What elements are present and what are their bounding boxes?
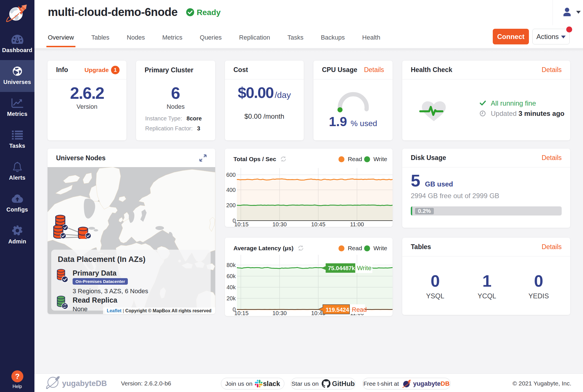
svg-text:10:45: 10:45: [311, 221, 325, 227]
svg-text:75.04487k: 75.04487k: [328, 265, 355, 271]
svg-text:11:00: 11:00: [350, 221, 364, 227]
svg-text:10:30: 10:30: [272, 221, 287, 227]
svg-text:60k: 60k: [227, 273, 236, 279]
svg-text:Write: Write: [357, 264, 371, 272]
svg-text:119.5424: 119.5424: [326, 307, 349, 313]
svg-text:10:30: 10:30: [272, 310, 287, 316]
svg-text:20k: 20k: [227, 295, 236, 301]
svg-text:200: 200: [226, 202, 236, 208]
svg-text:400: 400: [226, 187, 236, 193]
svg-text:10:15: 10:15: [234, 221, 249, 227]
svg-text:600: 600: [226, 172, 236, 178]
svg-text:Read: Read: [352, 306, 367, 313]
svg-text:40k: 40k: [227, 284, 236, 290]
svg-text:80k: 80k: [227, 262, 236, 268]
svg-text:10:15: 10:15: [234, 310, 249, 316]
svg-text:?: ?: [15, 372, 20, 381]
